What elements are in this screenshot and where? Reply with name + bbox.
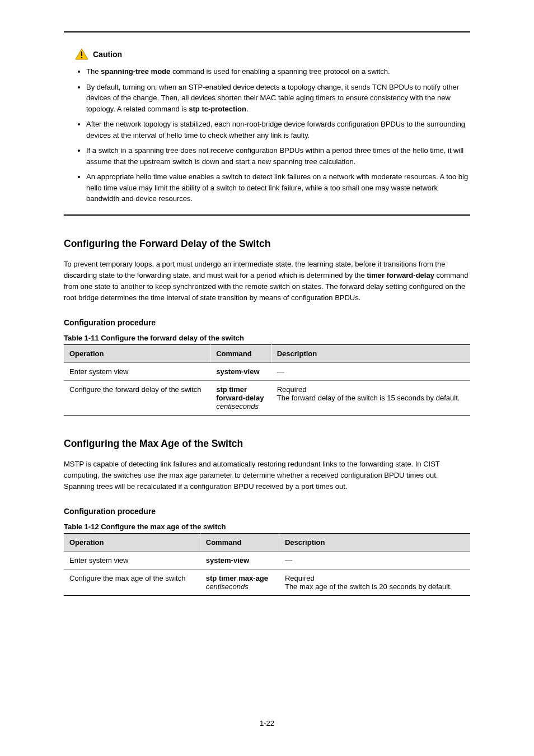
section-heading-forward-delay: Configuring the Forward Delay of the Swi…: [64, 238, 470, 250]
cell-command: system-view: [200, 552, 279, 570]
cell-command: system-view: [210, 363, 271, 381]
table-row: Enter system view system-view —: [64, 552, 470, 570]
caution-item: After the network topology is stabilized…: [86, 119, 470, 141]
table-caption: Table 1-12 Configure the max age of the …: [64, 522, 470, 531]
divider: [64, 214, 470, 216]
cell-command: stp timerforward-delaycentiseconds: [210, 381, 271, 416]
col-operation: Operation: [64, 345, 210, 363]
cell-operation: Enter system view: [64, 363, 210, 381]
cell-command: stp timer max-agecentiseconds: [200, 570, 279, 596]
caution-item: An appropriate hello time value enables …: [86, 171, 470, 204]
subheading-config-procedure: Configuration procedure: [64, 318, 470, 327]
caution-list: The spanning-tree mode command is used f…: [75, 66, 470, 204]
cell-operation: Enter system view: [64, 552, 200, 570]
cell-description: RequiredThe forward delay of the switch …: [271, 381, 470, 416]
page-number: 1-22: [64, 719, 470, 727]
svg-point-2: [81, 57, 83, 59]
cell-operation: Configure the forward delay of the switc…: [64, 381, 210, 416]
cell-operation: Configure the max age of the switch: [64, 570, 200, 596]
table-header-row: Operation Command Description: [64, 534, 470, 552]
caution-item: The spanning-tree mode command is used f…: [86, 66, 470, 77]
table-row: Enter system view system-view —: [64, 363, 470, 381]
table-row: Configure the forward delay of the switc…: [64, 381, 470, 416]
subheading-config-procedure: Configuration procedure: [64, 507, 470, 516]
section-heading-max-age: Configuring the Max Age of the Switch: [64, 438, 470, 450]
caution-item: By default, turning on, when an STP-enab…: [86, 82, 470, 115]
table-caption: Table 1-11 Configure the forward delay o…: [64, 334, 470, 342]
col-operation: Operation: [64, 534, 200, 552]
section-paragraph: To prevent temporary loops, a port must …: [64, 259, 470, 304]
table-row: Configure the max age of the switch stp …: [64, 570, 470, 596]
top-rule: [64, 31, 470, 32]
caution-label: Caution: [93, 50, 122, 59]
col-command: Command: [210, 345, 271, 363]
table-header-row: Operation Command Description: [64, 345, 470, 363]
col-description: Description: [279, 534, 470, 552]
col-command: Command: [200, 534, 279, 552]
document-page: Caution The spanning-tree mode command i…: [0, 0, 534, 756]
cell-description: RequiredThe max age of the switch is 20 …: [279, 570, 470, 596]
table-forward-delay: Operation Command Description Enter syst…: [64, 344, 470, 416]
caution-icon: [75, 48, 88, 60]
col-description: Description: [271, 345, 470, 363]
caution-item: If a switch in a spanning tree does not …: [86, 145, 470, 167]
section-paragraph: MSTP is capable of detecting link failur…: [64, 459, 470, 492]
cell-description: —: [279, 552, 470, 570]
table-max-age: Operation Command Description Enter syst…: [64, 533, 470, 596]
caution-header: Caution: [75, 48, 470, 60]
cell-description: —: [271, 363, 470, 381]
